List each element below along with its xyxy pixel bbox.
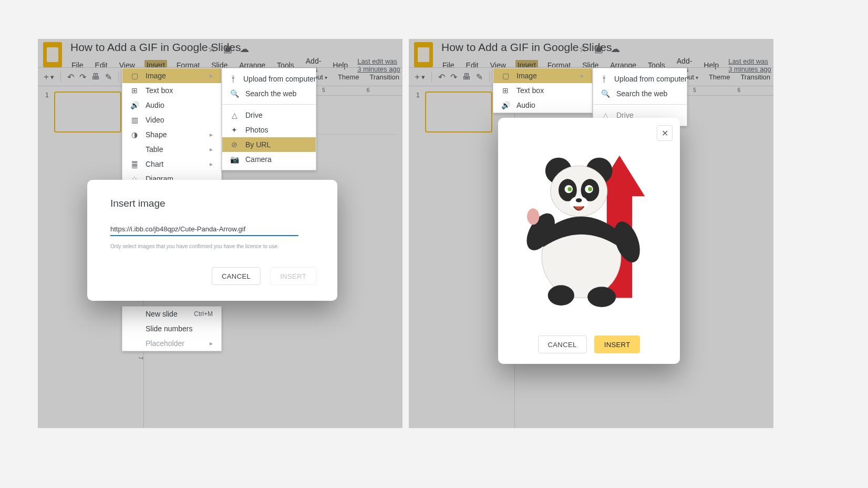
svg-point-17 (587, 287, 616, 307)
slide-number: 1 (416, 92, 420, 99)
title-actions: ☆ ▣ ☁ (208, 43, 249, 55)
title-bar: How to Add a GIF in Google Slides ☆ ▣ ☁ … (38, 39, 402, 67)
search-icon: 🔍 (230, 89, 239, 98)
menu-item-audio[interactable]: 🔊Audio (493, 98, 592, 113)
workspace-left: How to Add a GIF in Google Slides ☆ ▣ ☁ … (38, 39, 402, 428)
cancel-button[interactable]: CANCEL (212, 267, 261, 285)
cloud-icon[interactable]: ☁ (611, 43, 620, 55)
cancel-button[interactable]: CANCEL (538, 336, 587, 353)
menu-item-table[interactable]: Table▸ (122, 142, 221, 157)
image-submenu: ⭱Upload from computer 🔍Search the web △D… (222, 68, 316, 170)
star-icon[interactable]: ☆ (578, 43, 587, 55)
app-logo[interactable] (414, 42, 433, 67)
insert-dropdown: ▢Image▸ ⊞Text box 🔊Audio ▥Video ◑Shape▸ … (122, 68, 222, 187)
insert-dropdown-tail: New slideCtrl+M Slide numbers Placeholde… (122, 306, 222, 351)
submenu-upload[interactable]: ⭱Upload from computer (222, 72, 316, 86)
paint-format-icon[interactable]: ✎ (476, 72, 483, 82)
shape-icon: ◑ (130, 130, 139, 139)
paint-format-icon[interactable]: ✎ (105, 72, 112, 82)
dialog-hint: Only select images that you have confirm… (110, 243, 314, 249)
redo-icon[interactable]: ↷ (450, 72, 457, 82)
star-icon[interactable]: ☆ (208, 43, 216, 55)
slide-number: 1 (45, 92, 49, 99)
submenu-photos[interactable]: ✦Photos (222, 123, 316, 137)
menu-item-image[interactable]: ▢Image▸ (493, 68, 592, 83)
photos-icon: ✦ (230, 126, 239, 134)
image-url-input[interactable] (110, 223, 298, 236)
menu-item-audio[interactable]: 🔊Audio (122, 98, 221, 113)
new-slide-icon[interactable]: ＋▾ (413, 72, 425, 83)
undo-icon[interactable]: ↶ (67, 72, 74, 82)
upload-icon: ⭱ (230, 75, 237, 83)
menu-item-chart[interactable]: ䷀Chart▸ (122, 157, 221, 171)
transition-button[interactable]: Transition (369, 73, 399, 81)
textbox-icon: ⊞ (501, 86, 510, 95)
image-preview (509, 128, 669, 330)
svg-point-7 (567, 187, 572, 191)
menu-item-textbox[interactable]: ⊞Text box (122, 83, 221, 98)
link-icon: ⊘ (230, 140, 239, 149)
menu-item-image[interactable]: ▢Image▸ (122, 68, 221, 83)
menu-item-new-slide[interactable]: New slideCtrl+M (122, 307, 221, 321)
menu-item-textbox[interactable]: ⊞Text box (493, 83, 592, 98)
insert-button-disabled[interactable]: INSERT (270, 267, 316, 285)
submenu-upload[interactable]: ⭱Upload from computer (593, 72, 687, 86)
close-icon: ✕ (662, 128, 668, 138)
submenu-search[interactable]: 🔍Search the web (593, 86, 687, 101)
close-button[interactable]: ✕ (657, 125, 673, 141)
image-icon: ▢ (501, 72, 510, 80)
submenu-by-url[interactable]: ⊘By URL (222, 137, 316, 152)
submenu-drive[interactable]: △Drive (222, 108, 316, 123)
title-bar: How to Add a GIF in Google Slides ☆ ▣ ☁ … (409, 39, 773, 67)
svg-point-16 (548, 285, 574, 306)
image-icon: ▢ (130, 72, 139, 80)
cloud-icon[interactable]: ☁ (240, 43, 249, 55)
video-icon: ▥ (130, 116, 139, 124)
panda-arrow-illustration (513, 150, 665, 308)
menu-item-slide-numbers[interactable]: Slide numbers (122, 321, 221, 336)
menu-item-video[interactable]: ▥Video (122, 113, 221, 127)
audio-icon: 🔊 (130, 101, 139, 109)
title-actions: ☆ ▣ ☁ (578, 43, 620, 55)
upload-icon: ⭱ (601, 75, 608, 83)
audio-icon: 🔊 (501, 101, 510, 109)
textbox-icon: ⊞ (130, 86, 139, 95)
slide-thumbnail[interactable] (54, 92, 121, 133)
drive-icon: △ (230, 111, 239, 119)
print-icon[interactable]: 🖶 (91, 72, 100, 82)
insert-dropdown: ▢Image▸ ⊞Text box 🔊Audio (493, 68, 593, 113)
menu-item-shape[interactable]: ◑Shape▸ (122, 127, 221, 142)
search-icon: 🔍 (601, 89, 610, 98)
insert-button[interactable]: INSERT (594, 336, 640, 353)
slide-panel: 1 (409, 86, 503, 428)
transition-button[interactable]: Transition (740, 73, 770, 81)
camera-icon: 📷 (230, 155, 239, 164)
move-icon[interactable]: ▣ (594, 43, 603, 55)
svg-point-14 (527, 208, 539, 225)
theme-button[interactable]: Theme (709, 73, 730, 81)
print-icon[interactable]: 🖶 (462, 72, 471, 82)
submenu-search[interactable]: 🔍Search the web (222, 86, 316, 101)
insert-image-url-dialog: Insert image Only select images that you… (87, 180, 337, 301)
undo-icon[interactable]: ↶ (438, 72, 445, 82)
slide-thumbnail[interactable] (425, 92, 492, 133)
app-logo[interactable] (43, 42, 62, 67)
dialog-title: Insert image (110, 198, 314, 209)
submenu-camera[interactable]: 📷Camera (222, 152, 316, 167)
theme-button[interactable]: Theme (338, 73, 359, 81)
insert-image-preview-dialog: ✕ (498, 118, 680, 364)
svg-point-11 (576, 198, 582, 202)
new-slide-icon[interactable]: ＋▾ (42, 72, 54, 83)
workspace-right: How to Add a GIF in Google Slides ☆ ▣ ☁ … (409, 39, 773, 428)
svg-point-9 (588, 187, 592, 191)
chart-icon: ䷀ (130, 160, 139, 168)
menu-item-placeholder[interactable]: Placeholder▸ (122, 336, 221, 351)
redo-icon[interactable]: ↷ (79, 72, 86, 82)
move-icon[interactable]: ▣ (223, 43, 232, 55)
